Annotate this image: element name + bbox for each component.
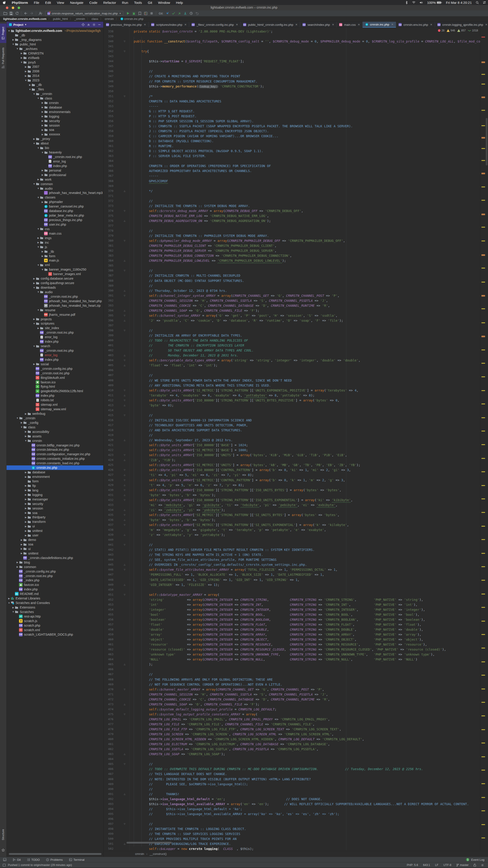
line-number[interactable]: 438 [103, 527, 113, 532]
chevron-collapsed-icon[interactable]: ▶ [29, 84, 32, 86]
tree-file-polar_bear_meta.inc.php[interactable]: Cpolar_bear_meta.inc.php [6, 213, 103, 218]
line-number[interactable]: 351 [103, 94, 113, 99]
stripe-mark[interactable] [482, 295, 485, 297]
menu-refactor[interactable]: Refactor [100, 1, 119, 4]
line-number[interactable]: 413 [103, 403, 113, 408]
line-number[interactable]: 502 [103, 846, 113, 850]
tree-file-_crnrstn.config.inc.php[interactable]: PHP_crnrstn.config.inc.php [6, 366, 103, 371]
line-number[interactable]: 422 [103, 447, 113, 453]
line-number[interactable]: 469 [103, 682, 113, 687]
line-number[interactable]: 473 [103, 702, 113, 707]
chevron-collapsed-icon[interactable]: ▶ [41, 129, 44, 131]
line-number[interactable]: 477 [103, 722, 113, 727]
chevron-expanded-icon[interactable]: ▼ [37, 97, 40, 99]
line-number[interactable]: 447 [103, 572, 113, 577]
breadcrumb-item[interactable]: _crnrstn [74, 17, 85, 21]
tree-folder-session[interactable]: ▶session [6, 123, 103, 128]
debug-button[interactable] [131, 11, 137, 16]
line-number[interactable]: 391 [103, 293, 113, 298]
chevron-collapsed-icon[interactable]: ▶ [20, 552, 23, 555]
line-number[interactable]: 417 [103, 423, 113, 428]
line-number[interactable]: 361 [103, 144, 113, 149]
tree-folder-2007[interactable]: ▶2007 [6, 64, 103, 69]
line-number[interactable]: 493 [103, 802, 113, 807]
tree-folder-personal[interactable]: ▶personal [6, 168, 103, 173]
stripe-mark[interactable] [482, 648, 485, 649]
line-number[interactable]: 433 [103, 502, 113, 507]
inspection-warning-count[interactable]: 946 [447, 29, 455, 32]
chevron-expanded-icon[interactable]: ▼ [29, 88, 32, 91]
tree-folder-eVifweb[interactable]: ▶eVifweb [6, 56, 103, 60]
chevron-collapsed-icon[interactable]: ▶ [20, 57, 23, 59]
line-number[interactable]: 427 [103, 472, 113, 477]
stripe-mark[interactable] [482, 512, 485, 513]
line-number[interactable]: 465 [103, 662, 113, 667]
line-number[interactable]: 388 [103, 278, 113, 283]
menu-run[interactable]: Run [119, 1, 131, 4]
inspection-typo-count[interactable]: 1018 [468, 29, 478, 32]
line-number[interactable]: 384 [103, 258, 113, 263]
chevron-collapsed-icon[interactable]: ▶ [24, 475, 27, 478]
git-history-icon[interactable] [188, 11, 194, 16]
line-number[interactable]: 397 [103, 323, 113, 328]
chevron-collapsed-icon[interactable]: ▶ [20, 421, 23, 424]
chevron-expanded-icon[interactable]: ▼ [24, 79, 27, 82]
tree-folder-search[interactable]: ▼search [6, 344, 103, 348]
tab-close-icon[interactable]: ✕ [144, 23, 146, 26]
tree-folder-_db[interactable]: _db [6, 33, 103, 37]
line-number[interactable]: 370 [103, 188, 113, 193]
editor-tab-crnrstn.inc.php[interactable]: Ccrnrstn.inc.php✕ [363, 22, 396, 28]
line-number[interactable]: 355 [103, 114, 113, 119]
tree-file-crnrstn.constants_initialize.inc.php[interactable]: PHPcrnrstn.constants_initialize.inc.php [6, 456, 103, 461]
line-number[interactable]: 471 [103, 692, 113, 697]
inspections-widget[interactable]: 289468571018 [438, 29, 478, 32]
chevron-expanded-icon[interactable]: ▼ [12, 611, 15, 613]
stripe-mark[interactable] [482, 241, 485, 241]
chevron-collapsed-icon[interactable]: ▶ [12, 606, 15, 609]
line-number[interactable]: 369 [103, 184, 113, 188]
menubar-clock[interactable]: Fri Mar 8 4:20:21 [444, 1, 474, 4]
line-number[interactable]: 434 [103, 507, 113, 513]
line-number[interactable]: 466 [103, 667, 113, 672]
line-number[interactable]: 374 [103, 209, 113, 213]
line-number[interactable]: 443 [103, 552, 113, 557]
line-number[interactable]: 407 [103, 373, 113, 378]
menu-navigate[interactable]: Navigate [67, 1, 86, 4]
spotlight-search-icon[interactable] [474, 1, 481, 4]
line-number[interactable]: 494 [103, 807, 113, 811]
chevron-collapsed-icon[interactable]: ▶ [24, 430, 27, 433]
chevron-expanded-icon[interactable]: ▼ [24, 439, 27, 442]
tree-folder-user[interactable]: ▶user [6, 533, 103, 537]
tree-folder-banner_images_1180x250[interactable]: ▼banner_images_1180x250 [6, 267, 103, 272]
menu-file[interactable]: File [31, 1, 42, 4]
back-arrow-icon[interactable] [23, 11, 29, 16]
vertical-scrollbar-thumb[interactable] [486, 118, 488, 165]
stripe-mark[interactable] [482, 308, 485, 309]
line-number[interactable]: 484 [103, 756, 113, 762]
stripe-mark[interactable] [482, 566, 485, 567]
stripe-mark[interactable] [482, 322, 485, 323]
tree-folder-session[interactable]: ▶session [6, 506, 103, 510]
forward-arrow-icon[interactable] [29, 11, 35, 16]
stripe-mark[interactable] [482, 200, 485, 201]
chevron-collapsed-icon[interactable]: ▶ [41, 169, 44, 172]
project-panel-header[interactable]: Project ▼ [6, 22, 103, 28]
git-branch-indicator[interactable]: master [456, 864, 468, 867]
tree-folder-security[interactable]: ▶security [6, 119, 103, 123]
chevron-collapsed-icon[interactable]: ▶ [24, 489, 27, 491]
coverage-button[interactable] [137, 11, 143, 16]
stripe-mark[interactable] [482, 282, 485, 283]
tree-folder-lang[interactable]: ▶lang [6, 488, 103, 493]
stripe-mark[interactable] [482, 227, 485, 228]
line-number[interactable]: 341 [103, 44, 113, 49]
tree-file-scratch_LIGHTSABER_DOCS.php[interactable]: PHPscratch_LIGHTSABER_DOCS.php [6, 632, 103, 637]
editor-horizontal-scrollbar[interactable] [127, 842, 172, 844]
chevron-collapsed-icon[interactable]: ▶ [24, 507, 27, 509]
stripe-mark[interactable] [482, 417, 485, 418]
stripe-mark[interactable] [482, 539, 485, 540]
line-number[interactable]: 399 [103, 333, 113, 338]
menu-code[interactable]: Code [86, 1, 100, 4]
chevron-expanded-icon[interactable]: ▼ [37, 309, 40, 311]
line-number[interactable]: 394 [103, 308, 113, 313]
editor-tab-scriptures/index.php[interactable]: PHPscriptures/index.php✕ [149, 22, 189, 28]
